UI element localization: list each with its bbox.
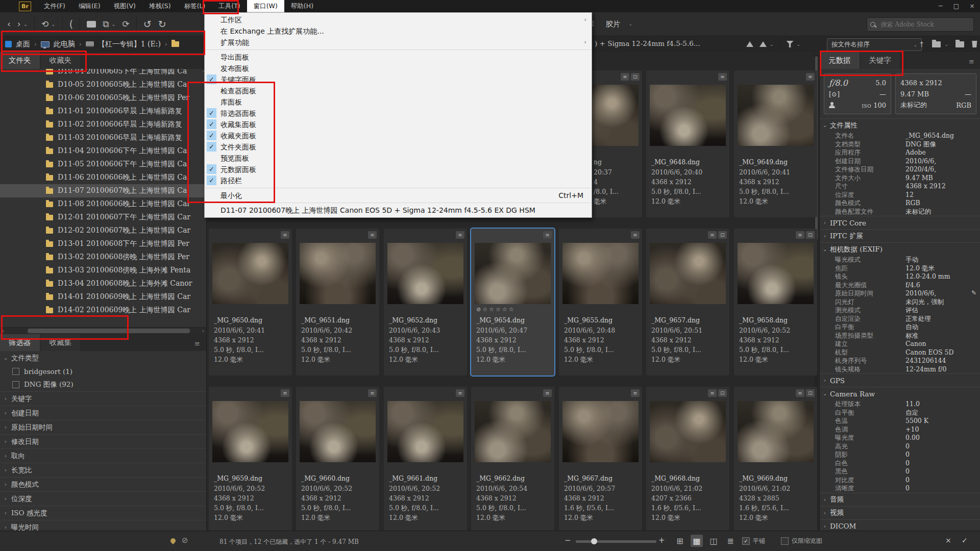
thumbnail-cell-9661[interactable]: ≡_MG_9661.dng2010/6/6, 20:524368 x 29125… bbox=[384, 387, 467, 531]
filter-group-长宽比[interactable]: ›长宽比 bbox=[0, 463, 206, 477]
metadata-value[interactable]: 自动 bbox=[905, 323, 980, 332]
rating-stars[interactable]: ⊘☆☆☆☆☆ bbox=[476, 306, 516, 313]
thumbnail-cell-9660[interactable]: ≡_MG_9660.dng2010/6/6, 20:524368 x 29125… bbox=[296, 387, 379, 531]
thumbnail-image[interactable] bbox=[562, 401, 639, 462]
filter-group-取向[interactable]: ›取向 bbox=[0, 448, 206, 463]
delete-icon[interactable] bbox=[971, 41, 977, 47]
funnel-chevron-icon[interactable]: ⌄ bbox=[797, 42, 801, 47]
new-folder-icon[interactable] bbox=[955, 41, 964, 47]
metadata-value[interactable]: _MG_9654.dng bbox=[905, 132, 980, 140]
boomerang-icon[interactable]: ( bbox=[69, 18, 73, 30]
thumbnail-cell-9648[interactable]: ≡_MG_9648.dng2010/6/6, 20:404368 x 29125… bbox=[646, 70, 729, 217]
metadata-value[interactable]: 0 bbox=[905, 442, 980, 451]
recent-chevron-icon[interactable]: ⌄ bbox=[945, 42, 949, 47]
thumbnail-image[interactable] bbox=[475, 401, 551, 462]
metadata-value[interactable]: 2010/6/6, bbox=[905, 289, 980, 298]
recent-folder-icon[interactable] bbox=[932, 41, 941, 47]
thumbnail-cell-9652[interactable]: ≡_MG_9652.dng2010/6/6, 20:434368 x 29125… bbox=[384, 229, 467, 375]
metadata-value[interactable]: 2010/6/6, bbox=[905, 157, 980, 166]
scroll-left-icon[interactable]: ‹ bbox=[2, 328, 4, 334]
metadata-value[interactable]: +10 bbox=[905, 425, 980, 434]
tab-metadata[interactable]: 元数据 bbox=[820, 52, 860, 69]
sort-select[interactable]: 按文件名排序 ⌄ bbox=[827, 38, 922, 51]
metadata-value[interactable]: 11.0 bbox=[905, 400, 980, 409]
thumbnail-image[interactable] bbox=[387, 243, 463, 304]
filter-item[interactable]: bridgesort (1) bbox=[0, 365, 206, 378]
metadata-value[interactable]: 12-24mm f/0 bbox=[905, 365, 980, 374]
copy-chevron-icon[interactable]: ⌄ bbox=[111, 21, 115, 27]
metadata-value[interactable]: 正常处理 bbox=[905, 315, 980, 323]
menubar-item-v[interactable]: 视图(V) bbox=[107, 0, 142, 12]
metadata-value[interactable]: 5500 K bbox=[905, 417, 980, 425]
metadata-value[interactable]: 12.0 毫米 bbox=[905, 264, 980, 273]
list-view-icon[interactable]: ≣ bbox=[724, 535, 737, 547]
thumbnail-image[interactable] bbox=[738, 243, 814, 304]
breadcrumb-item[interactable]: 【杠一专辑】1 (E:) bbox=[98, 40, 161, 49]
tile-checkbox[interactable]: ✓ bbox=[742, 537, 750, 545]
metadata-value[interactable]: f/4.6 bbox=[905, 281, 980, 290]
folder-tree-item[interactable]: D11-05 20100606下午 上海世博园 Ca bbox=[0, 158, 206, 171]
maximize-button[interactable]: □ bbox=[948, 0, 964, 12]
window-menu-item[interactable]: D11-07 20100607晚上 上海世博园 Canon EOS 5D + S… bbox=[205, 205, 592, 216]
breadcrumb-item[interactable]: 此电脑 bbox=[54, 40, 75, 49]
window-menu-item[interactable]: ✓筛选器面板 bbox=[205, 108, 592, 119]
zoom-in-button[interactable]: + bbox=[658, 536, 665, 545]
window-menu-item[interactable]: 库面板 bbox=[205, 96, 592, 108]
tab-favorites[interactable]: 收藏夹 bbox=[41, 52, 81, 69]
sort-pyramid-icon[interactable] bbox=[760, 41, 767, 47]
metadata-value[interactable]: 0.00 bbox=[905, 434, 980, 442]
thumbnail-image[interactable] bbox=[650, 243, 726, 304]
thumbnail-cell-9654[interactable]: ≡⊘☆☆☆☆☆_MG_9654.dng2010/6/6, 20:474368 x… bbox=[471, 229, 554, 375]
tab-folders[interactable]: 文件夹 bbox=[0, 52, 40, 69]
thumbnail-image[interactable] bbox=[650, 85, 726, 146]
folder-tree-item[interactable]: D11-02 20100606早晨 上海埔新路复 bbox=[0, 118, 206, 131]
nav-chevron-icon[interactable]: ⌄ bbox=[23, 21, 28, 27]
window-menu-item[interactable]: ✓收藏夹面板 bbox=[205, 130, 592, 141]
menubar-item-l[interactable]: 标签(L) bbox=[178, 0, 212, 12]
metadata-value[interactable]: 12 bbox=[905, 191, 980, 199]
panel-menu-icon[interactable]: ≡ bbox=[194, 340, 200, 347]
rotate-right-icon[interactable]: ↻ bbox=[158, 18, 166, 30]
metadata-value[interactable]: DNG 图像 bbox=[905, 140, 980, 149]
metadata-section-header[interactable]: ⌄Camera Raw bbox=[820, 387, 980, 400]
folder-tree-item[interactable]: D11-04 20100606下午 上海世博园 Ca bbox=[0, 144, 206, 158]
metadata-value[interactable]: 评估 bbox=[905, 306, 980, 315]
folder-tree-item[interactable]: D11-07 20100607晚上 上海世博园 Ca bbox=[0, 184, 206, 197]
metadata-value[interactable]: Canon bbox=[905, 340, 980, 348]
metadata-menu-icon[interactable]: ≡ bbox=[969, 58, 974, 65]
menubar-item-f[interactable]: 文件(F) bbox=[37, 0, 72, 12]
window-menu-item[interactable]: ✓关键字面板 bbox=[205, 74, 592, 85]
thumbnail-cell-9667[interactable]: ≡_MG_9667.dng2010/6/6, 20:574368 x 29121… bbox=[559, 387, 642, 531]
metadata-value[interactable]: 2020/4/6, bbox=[905, 165, 980, 174]
folder-tree-item[interactable]: D14-01 20100609晚上 上海世博园 Car bbox=[0, 290, 206, 304]
close-button[interactable]: × bbox=[964, 0, 980, 12]
filter-group-位深度[interactable]: ›位深度 bbox=[0, 491, 206, 506]
horizontal-scrollbar[interactable]: ‹ › bbox=[0, 327, 206, 334]
thumbnail-cell-9649[interactable]: ≡_MG_9649.dng2010/6/6, 20:414368 x 29125… bbox=[734, 70, 817, 217]
window-menu-item[interactable]: 最小化Ctrl+M bbox=[205, 190, 592, 201]
folder-tree-item[interactable]: D11-01 20100606早晨 上海埔新路复 bbox=[0, 105, 206, 118]
grid-lock-view-icon[interactable]: ⊞ bbox=[674, 535, 686, 547]
metadata-section-header[interactable]: ›视频 bbox=[820, 506, 980, 519]
history-icon[interactable]: ⟲ bbox=[41, 19, 48, 29]
metadata-section-header[interactable]: ›DICOM bbox=[820, 519, 980, 531]
scrollbar-thumb[interactable] bbox=[28, 329, 190, 333]
workspace-chevron-icon[interactable]: ⌄ bbox=[629, 21, 633, 27]
folder-tree-item[interactable]: D13-04 20100608晚上 上海外滩 Canor bbox=[0, 277, 206, 290]
folder-tree-item[interactable]: D13-01 20100608下午 上海世博园 Per bbox=[0, 237, 206, 251]
tab-filter[interactable]: 筛选器 bbox=[0, 334, 40, 351]
metadata-value[interactable]: 自定 bbox=[905, 409, 980, 417]
thumbnail-image[interactable] bbox=[300, 401, 376, 462]
filter-group-ISO 感光度[interactable]: ›ISO 感光度 bbox=[0, 506, 206, 520]
copy-icon[interactable]: ⧉ bbox=[103, 19, 109, 29]
thumbnail-view-icon[interactable]: ▦ bbox=[691, 535, 703, 547]
thumbnail-cell-9669[interactable]: ≡⊡_MG_9669.dng2010/6/6, 21:024328 x 2885… bbox=[734, 387, 817, 531]
thumbnail-cell-9657[interactable]: ≡⊡_MG_9657.dng2010/6/6, 20:514368 x 2912… bbox=[646, 229, 729, 375]
metadata-value[interactable]: RGB bbox=[905, 199, 980, 208]
folder-tree-item[interactable]: D11-06 20100606晚上 上海世博园 Ca bbox=[0, 171, 206, 184]
folder-tree-item[interactable]: D13-03 20100608傍晚 上海外滩 Penta bbox=[0, 264, 206, 277]
rating-filter-icon[interactable] bbox=[746, 41, 753, 47]
filter-group-filetype[interactable]: ⌄文件类型 bbox=[0, 351, 206, 365]
checkbox-icon[interactable] bbox=[12, 368, 19, 375]
window-menu-item[interactable]: ✓收藏集面板 bbox=[205, 119, 592, 130]
